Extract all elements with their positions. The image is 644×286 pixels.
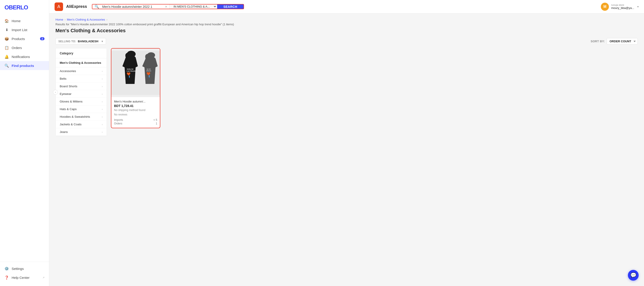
svg-text:Ghosts: Ghosts: [146, 70, 152, 72]
sidebar-item-help-center[interactable]: ❓ Help Center ↗: [0, 273, 49, 282]
svg-point-4: [147, 52, 155, 58]
source-name: AliExpress: [66, 4, 87, 9]
cat-chevron-icon: ›: [102, 123, 103, 126]
sidebar-bottom: ⚙️ Settings ❓ Help Center ↗: [0, 262, 49, 282]
collapse-sidebar-button[interactable]: ‹: [53, 90, 58, 95]
external-link-icon: ↗: [42, 276, 44, 279]
sidebar-item-import-list[interactable]: ⬇ Import List: [0, 25, 49, 34]
user-info: runuja store moury_bba@ya...: [611, 4, 634, 10]
cat-chevron-icon: ›: [102, 77, 103, 80]
cat-item-hoodies-sweatshirts[interactable]: Hoodies & Sweatshirts ›: [56, 113, 107, 121]
selling-to-chevron-icon: ▾: [102, 40, 103, 43]
sidebar: OBERLO 🏠 Home ⬇ Import List 📦 Products 2…: [0, 0, 49, 286]
product-stats: Imports < 5 Orders 1: [114, 118, 157, 125]
content-area: Home › Men's Clothing & Accessories › Re…: [49, 14, 644, 286]
chat-icon: 💬: [630, 272, 636, 278]
import-icon: ⬇: [4, 28, 9, 32]
avatar: M: [601, 3, 609, 11]
product-info: Men's Hoodie autumn/... BDT 1,728.41 No …: [111, 97, 160, 128]
store-label: runuja store: [611, 4, 634, 6]
app-logo: OBERLO: [0, 4, 49, 16]
orders-value: 1: [156, 122, 158, 125]
product-price: BDT 1,728.41: [114, 104, 157, 108]
cat-chevron-icon: ›: [102, 131, 103, 133]
cat-item-eyewear[interactable]: Eyewear ›: [56, 90, 107, 98]
active-category-title: Men's Clothing & Accessories: [60, 61, 103, 65]
cat-item-belts[interactable]: Belts ›: [56, 75, 107, 83]
sidebar-item-products[interactable]: 📦 Products 2: [0, 34, 49, 43]
orders-icon: 📋: [4, 46, 9, 50]
sidebar-label-products: Products: [12, 37, 25, 41]
sidebar-item-orders[interactable]: 📋 Orders: [0, 43, 49, 52]
sidebar-label-settings: Settings: [12, 267, 24, 270]
cat-chevron-icon: ›: [102, 70, 103, 73]
page-title: Men's Clothing & Accessories: [56, 28, 638, 34]
imports-value: < 5: [154, 118, 157, 122]
sort-by-select[interactable]: ORDER COUNT PRICE ASC PRICE DESC: [607, 38, 638, 45]
sidebar-label-help: Help Center: [12, 276, 30, 279]
cat-item-gloves-mittens[interactable]: Gloves & Mittens ›: [56, 98, 107, 105]
results-text: Results for "Men's Hoodie autumn/winter …: [56, 23, 638, 26]
search-button[interactable]: SEARCH: [217, 5, 244, 9]
selling-to-value: BANGLADESH: [78, 40, 98, 43]
category-header: Category: [56, 48, 107, 58]
breadcrumb-sep-2: ›: [106, 18, 107, 21]
sidebar-label-import: Import List: [12, 28, 27, 32]
sidebar-item-settings[interactable]: ⚙️ Settings: [0, 264, 49, 273]
sidebar-item-find-products[interactable]: 🔍 Find products: [0, 61, 49, 70]
sidebar-item-home[interactable]: 🏠 Home: [0, 16, 49, 25]
sidebar-label-notifications: Notifications: [12, 55, 30, 59]
cat-item-jeans[interactable]: Jeans ›: [56, 128, 107, 136]
selling-to-selector[interactable]: SELLING TO: BANGLADESH ▾: [56, 38, 106, 45]
breadcrumb-sep-1: ›: [64, 18, 66, 21]
product-stat-orders: Orders 1: [114, 122, 157, 125]
breadcrumb-home[interactable]: Home: [56, 18, 63, 21]
svg-text:i see Ghosts: i see Ghosts: [126, 70, 136, 72]
svg-text:ky me: ky me: [147, 68, 151, 70]
user-chevron-icon: ▾: [637, 5, 639, 8]
search-category-select[interactable]: IN MEN'S CLOTHING & A...: [169, 5, 217, 9]
product-image-wrap: lucky me i see Ghosts: [111, 49, 160, 97]
cat-chevron-icon: ›: [102, 115, 103, 118]
products-icon: 📦: [4, 37, 9, 41]
cat-chevron-icon: ›: [102, 100, 103, 103]
top-header: A AliExpress 🔍 ✕ IN MEN'S CLOTHING & A..…: [49, 0, 644, 14]
help-icon: ❓: [4, 275, 9, 280]
user-email: moury_bba@ya...: [611, 6, 634, 10]
sidebar-label-home: Home: [12, 19, 20, 23]
orders-label: Orders: [114, 122, 122, 125]
sidebar-label-find-products: Find products: [12, 64, 34, 68]
product-reviews: No reviews: [114, 113, 157, 116]
aliexpress-logo: A: [54, 3, 63, 11]
breadcrumb: Home › Men's Clothing & Accessories ›: [56, 18, 638, 21]
cat-chevron-icon: ›: [102, 85, 103, 88]
search-input[interactable]: [101, 5, 163, 9]
sidebar-item-notifications[interactable]: 🔔 Notifications: [0, 52, 49, 61]
filter-bar: SELLING TO: BANGLADESH ▾ SORT BY: ORDER …: [56, 38, 638, 45]
cat-item-board-shorts[interactable]: Board Shorts ›: [56, 83, 107, 90]
user-menu[interactable]: M runuja store moury_bba@ya... ▾: [601, 3, 639, 11]
layout-row: ‹ Category Men's Clothing & Accessories …: [56, 48, 638, 136]
gear-icon: ⚙️: [4, 266, 9, 271]
cat-item-accessories[interactable]: Accessories ›: [56, 67, 107, 75]
search-clear-button[interactable]: ✕: [163, 5, 169, 9]
home-icon: 🏠: [4, 19, 9, 23]
sidebar-label-orders: Orders: [12, 46, 22, 50]
chat-widget-button[interactable]: 💬: [628, 270, 639, 281]
main-area: A AliExpress 🔍 ✕ IN MEN'S CLOTHING & A..…: [49, 0, 644, 286]
category-list: Accessories › Belts › Board Shorts › Eye…: [56, 67, 107, 136]
breadcrumb-category[interactable]: Men's Clothing & Accessories: [67, 18, 105, 21]
products-badge: 2: [40, 37, 44, 40]
product-card-1[interactable]: lucky me i see Ghosts: [111, 48, 160, 128]
product-title: Men's Hoodie autumn/...: [114, 100, 157, 103]
product-stat-imports: Imports < 5: [114, 118, 157, 122]
cat-item-jackets-coats[interactable]: Jackets & Coats ›: [56, 121, 107, 128]
search-bar: 🔍 ✕ IN MEN'S CLOTHING & A... SEARCH: [92, 4, 244, 9]
svg-point-1: [127, 51, 136, 58]
cat-chevron-icon: ›: [102, 108, 103, 111]
active-category: Men's Clothing & Accessories: [56, 58, 107, 67]
sort-by-label: SORT BY:: [590, 40, 605, 43]
svg-text:lucky me: lucky me: [127, 68, 134, 70]
search-icon: 🔍: [92, 5, 101, 9]
cat-item-hats-caps[interactable]: Hats & Caps ›: [56, 105, 107, 113]
